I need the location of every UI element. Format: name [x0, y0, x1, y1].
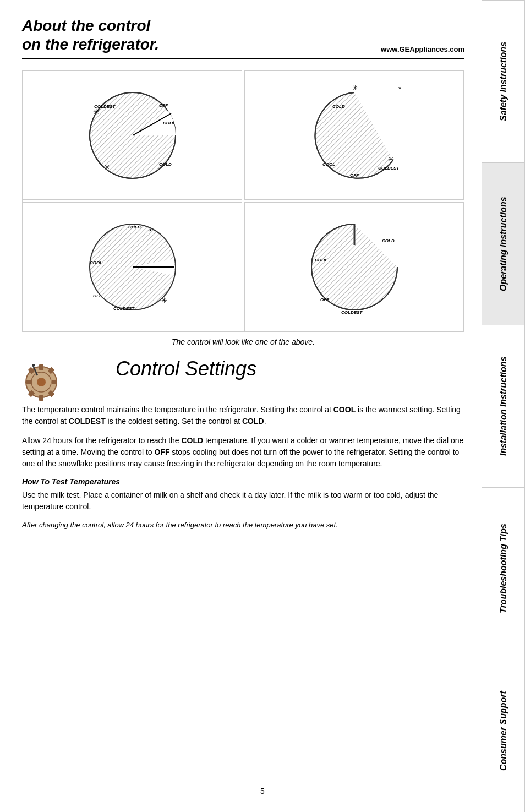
right-sidebar: Safety Instructions Operating Instructio… [482, 0, 525, 812]
svg-text:COLDEST: COLDEST [341, 310, 363, 315]
section-title-bar: Control Settings [69, 357, 464, 383]
svg-marker-45 [32, 364, 35, 368]
tab-safety-instructions[interactable]: Safety Instructions [482, 0, 525, 162]
diagram-caption: The control will look like one of the ab… [22, 337, 464, 346]
svg-text:OFF: OFF [93, 293, 102, 298]
svg-rect-36 [39, 364, 43, 370]
svg-text:COOL: COOL [315, 258, 327, 263]
tab-consumer-support[interactable]: Consumer Support [482, 650, 525, 812]
diagram-3: * COLD COOL OFF COLDEST ✳ [23, 202, 242, 331]
diagram-4: COOL COLD OFF COLDEST [244, 202, 464, 331]
section-title: Control Settings [116, 357, 256, 380]
svg-text:COOL: COOL [322, 162, 335, 167]
body-paragraph-2: Allow 24 hours for the refrigerator to r… [22, 435, 464, 470]
svg-text:OFF: OFF [320, 297, 330, 302]
tab-installation-instructions[interactable]: Installation Instructions [482, 325, 525, 487]
settings-icon [22, 360, 61, 401]
svg-point-35 [37, 378, 46, 386]
svg-text:OFF: OFF [159, 103, 168, 108]
svg-text:COLDEST: COLDEST [113, 306, 135, 311]
svg-rect-37 [39, 395, 43, 401]
diagram-2: ✳ * COLD COOL OFF COLDEST ✳ [244, 70, 464, 200]
page-title: About the control on the refrigerator. [22, 17, 159, 53]
page-number: 5 [260, 787, 265, 795]
svg-text:OFF: OFF [350, 173, 359, 178]
tab-troubleshooting-tips[interactable]: Troubleshooting Tips [482, 487, 525, 650]
svg-rect-38 [26, 380, 32, 384]
svg-text:✳: ✳ [388, 155, 394, 164]
svg-text:COLD: COLD [128, 225, 141, 230]
svg-text:*: * [149, 228, 152, 236]
website-url: www.GEAppliances.com [381, 45, 464, 53]
svg-text:COLD: COLD [332, 104, 345, 109]
svg-text:✳: ✳ [161, 296, 167, 304]
svg-text:COLD: COLD [382, 238, 395, 243]
page-header: About the control on the refrigerator. w… [22, 17, 464, 59]
svg-text:COLD: COLD [159, 162, 172, 167]
svg-rect-39 [52, 380, 57, 384]
subsection-title: How To Test Temperatures [22, 477, 464, 486]
diagrams-grid: COLDEST ✳ OFF COOL COLD ✳ [22, 70, 464, 332]
svg-text:*: * [398, 85, 401, 93]
control-settings-section: Control Settings The temperature control… [22, 357, 464, 530]
body-paragraph-1: The temperature control maintains the te… [22, 404, 464, 427]
svg-text:✳: ✳ [104, 163, 110, 171]
svg-text:COOL: COOL [90, 260, 102, 265]
svg-text:COLDEST: COLDEST [378, 166, 400, 171]
svg-text:✳: ✳ [352, 84, 358, 92]
svg-text:COOL: COOL [163, 121, 176, 126]
diagram-1: COLDEST ✳ OFF COOL COLD ✳ [23, 70, 242, 200]
svg-text:✳: ✳ [93, 107, 100, 116]
body-paragraph-3: Use the milk test. Place a container of … [22, 489, 464, 513]
tab-operating-instructions[interactable]: Operating Instructions [482, 162, 525, 325]
italic-note: After changing the control, allow 24 hou… [22, 520, 464, 530]
